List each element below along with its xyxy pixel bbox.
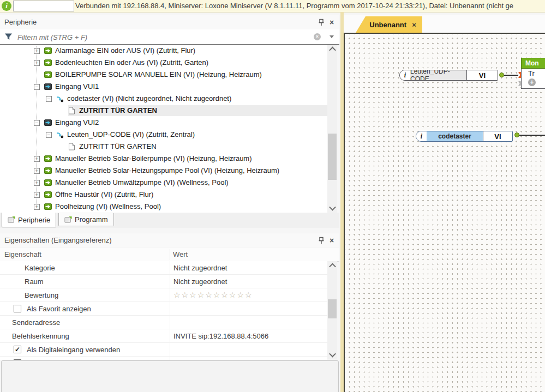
tree-item[interactable]: −Eingang VUI2 [0, 117, 327, 129]
input-reference-icon [56, 131, 64, 138]
collapse-icon[interactable]: − [34, 84, 40, 90]
add-input-icon[interactable]: + [528, 79, 536, 86]
function-block[interactable]: Mon Tr + [521, 58, 545, 89]
info-icon: i [400, 70, 410, 80]
rating-stars[interactable]: ☆☆☆☆☆☆☆☆☆☆ [173, 291, 253, 299]
collapse-icon[interactable]: − [46, 96, 52, 102]
program-canvas[interactable]: i Leuten_UDP-CODE VI Mon Tr + i codetast… [344, 33, 545, 392]
tree-item-content[interactable]: Alarmanlage EIN oder AUS (VI) (Zutritt, … [44, 45, 327, 56]
clear-filter-icon[interactable]: × [314, 33, 321, 40]
property-row[interactable]: Bewertung☆☆☆☆☆☆☆☆☆☆ [0, 288, 327, 302]
checkbox[interactable]: ✓ [14, 346, 21, 353]
chevron-down-icon[interactable] [330, 35, 334, 38]
column-divider[interactable] [170, 249, 170, 260]
tree-item[interactable]: +Manueller Betrieb Umwältzpumpe (VI) (We… [0, 177, 327, 189]
tree-item-content[interactable]: Eingang VUI2 [44, 117, 327, 128]
property-value-cell[interactable] [170, 302, 327, 315]
tree-item[interactable]: +Poolheizung (VI) (Wellness, Pool) [0, 201, 327, 213]
peripherie-tree: +Alarmanlage EIN oder AUS (VI) (Zutritt,… [0, 45, 327, 213]
pin-icon[interactable] [318, 19, 325, 26]
property-row[interactable]: Als Favorit anzeigen [0, 302, 327, 316]
property-value-cell[interactable] [170, 343, 327, 356]
output-node-icon[interactable] [514, 132, 519, 137]
input-device-icon [44, 83, 52, 91]
checkbox[interactable] [14, 359, 21, 360]
property-value-cell[interactable]: INVITE sip:192.168.88.4:5066 [170, 329, 327, 342]
properties-panel-header: Eigenschaften (Eingangsreferenz) × [0, 233, 339, 248]
property-row[interactable]: RaumNicht zugeordnet [0, 275, 327, 288]
scrollbar-thumb[interactable] [328, 299, 337, 318]
status-input[interactable] [13, 1, 74, 11]
property-value-cell[interactable]: Nicht zugeordnet [170, 275, 327, 288]
property-value-cell[interactable] [170, 357, 327, 360]
tree-item-content[interactable]: ZUTRITT TÜR GARTEN [68, 105, 327, 116]
scroll-up-icon[interactable] [327, 45, 337, 54]
tree-item[interactable]: +Manueller Betrieb Solar-Heizungspumpe P… [0, 165, 327, 177]
tree-item[interactable]: +Bodenleuchten Ein oder Aus (VI) (Zutrit… [0, 57, 327, 69]
function-block-body: Tr + [521, 69, 545, 89]
tab-peripherie[interactable]: Peripherie [2, 213, 56, 227]
collapse-icon[interactable]: − [34, 120, 40, 126]
scroll-down-icon[interactable] [327, 350, 337, 359]
virtual-input-icon [44, 71, 52, 79]
expand-icon[interactable]: + [34, 192, 40, 198]
tree-item[interactable]: −Eingang VUI1 [0, 81, 327, 93]
tree-scrollbar[interactable] [327, 45, 337, 213]
tree-item-content[interactable]: Poolheizung (VI) (Wellness, Pool) [44, 201, 327, 212]
tree-item-content[interactable]: Öffne Haustür (VI) (Zutritt, Flur) [44, 189, 327, 200]
property-value-cell[interactable] [170, 316, 327, 329]
tree-item-content[interactable]: Eingang VUI1 [44, 81, 327, 92]
property-name-cell: Bewertung [0, 288, 170, 301]
tree-item-content[interactable]: BOILERPUMPE SOLAR MANUELL EIN (VI) (Heiz… [44, 69, 327, 80]
expand-icon[interactable]: + [34, 180, 40, 186]
tree-item-content[interactable]: Leuten_UDP-CODE (VI) (Zutritt, Zentral) [56, 129, 327, 140]
virtual-input-icon [44, 59, 52, 67]
close-icon[interactable]: × [328, 19, 336, 26]
tree-item[interactable]: ZUTRITT TÜR GARTEN [0, 141, 327, 153]
trigger-input-label[interactable]: Tr [528, 69, 535, 77]
tree-item-content[interactable]: Manueller Betrieb Umwältzpumpe (VI) (Wel… [44, 177, 327, 188]
tab-unbenannt[interactable]: Unbenannt × [356, 16, 422, 33]
expand-icon[interactable]: + [34, 156, 40, 162]
filter-input[interactable] [16, 31, 313, 43]
virtual-input-block[interactable]: i Leuten_UDP-CODE VI [399, 70, 498, 81]
tree-item[interactable]: ZUTRITT TÜR GARTEN [0, 105, 327, 117]
property-row[interactable]: A [0, 357, 327, 360]
properties-scrollbar[interactable] [327, 261, 337, 359]
pin-icon[interactable] [318, 237, 325, 244]
tree-item-content[interactable]: Bodenleuchten Ein oder Aus (VI) (Zutritt… [44, 57, 327, 68]
property-row[interactable]: BefehlserkennungINVITE sip:192.168.88.4:… [0, 329, 327, 343]
tree-item-content[interactable]: Manueller Betrieb Solar-Heizungspumpe Po… [44, 165, 327, 176]
close-tab-icon[interactable]: × [412, 21, 416, 29]
property-row[interactable]: KategorieNicht zugeordnet [0, 261, 327, 275]
tree-item-content[interactable]: codetaster (VI) (Nicht zugeordnet, Nicht… [56, 93, 327, 104]
scroll-down-icon[interactable] [327, 203, 337, 213]
expand-icon[interactable]: + [34, 204, 40, 210]
properties-column-header: Eigenschaft Wert [0, 248, 339, 262]
tab-programm[interactable]: Programm [58, 213, 114, 226]
virtual-input-block[interactable]: i codetaster VI [416, 131, 513, 142]
property-row[interactable]: Senderadresse [0, 316, 327, 329]
property-value: Nicht zugeordnet [173, 264, 227, 272]
scroll-up-icon[interactable] [327, 261, 337, 270]
scrollbar-thumb[interactable] [328, 134, 337, 180]
output-node-icon[interactable] [499, 73, 504, 77]
property-name-cell: ✓Als Digitaleingang verwenden [0, 343, 170, 356]
close-icon[interactable]: × [328, 237, 336, 244]
expand-icon[interactable]: + [34, 48, 40, 54]
tree-item[interactable]: −codetaster (VI) (Nicht zugeordnet, Nich… [0, 93, 327, 105]
property-row[interactable]: ✓Als Digitaleingang verwenden [0, 343, 327, 357]
tree-item-content[interactable]: ZUTRITT TÜR GARTEN [68, 141, 327, 152]
tree-item[interactable]: +Alarmanlage EIN oder AUS (VI) (Zutritt,… [0, 45, 327, 57]
tree-item-content[interactable]: Manueller Betrieb Solar-Boilerpumpe (VI)… [44, 153, 327, 164]
tree-item[interactable]: +Manueller Betrieb Solar-Boilerpumpe (VI… [0, 153, 327, 165]
property-value-cell[interactable]: ☆☆☆☆☆☆☆☆☆☆ [170, 288, 327, 301]
tree-item[interactable]: −Leuten_UDP-CODE (VI) (Zutritt, Zentral) [0, 129, 327, 141]
property-value-cell[interactable]: Nicht zugeordnet [170, 261, 327, 274]
collapse-icon[interactable]: − [46, 132, 52, 138]
tree-item[interactable]: +Öffne Haustür (VI) (Zutritt, Flur) [0, 189, 327, 201]
checkbox[interactable] [14, 305, 21, 312]
expand-icon[interactable]: + [34, 168, 40, 174]
expand-icon[interactable]: + [34, 60, 40, 66]
tree-item[interactable]: BOILERPUMPE SOLAR MANUELL EIN (VI) (Heiz… [0, 69, 327, 81]
